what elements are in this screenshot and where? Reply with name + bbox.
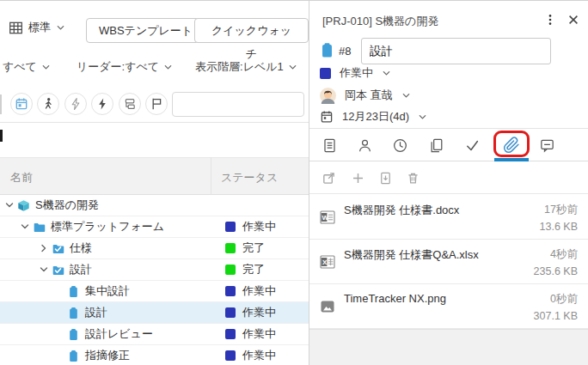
flash-filled-button[interactable] [91,93,113,115]
pages-icon [428,137,444,154]
status-badge [225,307,236,318]
status-badge [225,243,236,253]
open-external-button[interactable] [316,167,340,190]
filter-scope[interactable]: すべて [3,59,51,75]
chevron-down-icon [382,69,391,78]
delete-button[interactable] [401,167,425,190]
tree-row[interactable]: 集中設計 作業中 [0,281,309,302]
attachment-row[interactable]: S機器開発 仕様書Q&A.xlsx 4秒前 235.6 KB [309,240,588,284]
date-label: 12月23日(4d) [342,109,409,125]
chevron-down-icon [56,23,65,33]
attachment-time: 0秒前 [550,292,578,307]
download-icon [378,171,393,186]
person-icon [357,137,373,154]
quick-filter-input[interactable] [172,92,304,117]
task-title-input[interactable] [361,38,551,64]
walking-person-icon [41,97,55,111]
more-options-button[interactable] [542,11,559,28]
task-icon [67,307,80,319]
tree-row[interactable]: 設計 完了 [0,259,309,281]
wbs-panel: 標準 WBSテンプレート クイックウォッチ すべて リーダー:すべて 表示階層:… [0,1,309,365]
tree-row[interactable]: 仕様 完了 [0,238,309,259]
clipped-icon [0,94,2,114]
status-badge [225,329,236,339]
checkmark-icon [464,137,481,154]
tree-row[interactable]: 標準プラットフォーム 作業中 [0,216,309,238]
plus-icon [351,171,365,186]
filter-leader[interactable]: リーダー:すべて [77,59,173,75]
tree-row[interactable]: S機器の開発 [0,195,309,216]
flag-icon [150,97,163,111]
tab-checklist[interactable] [455,129,489,161]
status-badge [225,222,236,232]
tab-history[interactable] [383,129,417,161]
attachment-row[interactable]: S機器開発 仕様書.docx 17秒前 13.6 KB [309,195,588,240]
image-file-icon [319,298,336,315]
paperclip-icon [503,137,520,154]
folder-check-icon [52,264,64,277]
chevron-right-icon[interactable] [39,243,49,253]
attachment-size: 235.6 KB [534,265,578,277]
date-select[interactable]: 12月23日(4d) [309,106,588,127]
status-label: 作業中 [340,65,373,81]
tree-row-selected[interactable]: 設計 作業中 [0,302,309,324]
column-header-name[interactable]: 名前 [10,170,33,186]
active-tab-underline [494,158,529,161]
layers-button[interactable] [119,93,141,115]
detail-tabbar [309,128,588,161]
task-icon [67,328,80,341]
attachment-size: 307.1 KB [534,310,578,322]
tab-related[interactable] [419,129,453,161]
chevron-down-icon[interactable] [4,200,15,210]
chevron-down-icon[interactable] [39,265,49,275]
layers-icon [123,97,137,111]
open-external-icon [322,171,336,186]
status-select[interactable]: 作業中 [309,63,588,83]
chevron-down-icon [163,63,173,72]
close-icon [567,14,579,26]
attachments-toolbar [309,162,588,194]
tree-row[interactable]: 設計レビュー 作業中 [0,324,309,345]
tab-comments[interactable] [530,129,564,161]
chevron-down-icon[interactable] [20,222,30,232]
attachment-size: 13.6 KB [540,221,578,233]
assignee-select[interactable]: 岡本 直哉 [309,85,588,106]
status-badge [225,286,236,296]
folder-check-icon [52,242,64,255]
status-badge [225,350,236,361]
add-attachment-button[interactable] [346,167,370,190]
tab-description[interactable] [312,129,346,161]
task-icon [67,285,80,298]
chevron-down-icon [41,63,51,72]
status-badge [225,265,236,275]
tree-row[interactable]: 指摘修正 作業中 [0,345,309,365]
calendar-button[interactable] [10,93,33,115]
kebab-icon [543,13,557,27]
excel-file-icon [319,253,336,271]
walking-person-button[interactable] [37,93,59,115]
word-file-icon [319,209,336,226]
action-icon-row [0,91,309,122]
flash-outline-icon [69,97,83,111]
close-button[interactable] [566,12,581,27]
attachment-name: S機器開発 仕様書Q&A.xlsx [344,247,479,263]
clock-icon [392,137,408,154]
filter-hierarchy-level[interactable]: 表示階層:レベル1 [195,59,297,75]
calendar-icon [15,97,28,111]
grid-view-icon [9,21,23,35]
attachment-name: S機器開発 仕様書.docx [344,203,459,218]
quick-watch-button[interactable]: クイックウォッチ [194,18,309,43]
flash-outline-button[interactable] [64,93,87,115]
tab-attachments[interactable] [494,129,529,161]
attachment-row[interactable]: TimeTracker NX.png 0秒前 307.1 KB [309,284,588,329]
divider [0,122,309,123]
view-selector[interactable]: 標準 [9,20,65,35]
download-button[interactable] [373,167,397,190]
table-header: 名前 ステータス [0,157,309,195]
column-header-status[interactable]: ステータス [221,170,278,186]
tab-members[interactable] [347,129,382,161]
wbs-template-button[interactable]: WBSテンプレート [86,18,205,43]
chevron-down-icon [401,91,411,100]
flag-button[interactable] [145,93,168,115]
task-detail-panel: [PRJ-010] S機器の開発 #8 作業中 岡本 直哉 12月23日(4d) [309,1,588,365]
